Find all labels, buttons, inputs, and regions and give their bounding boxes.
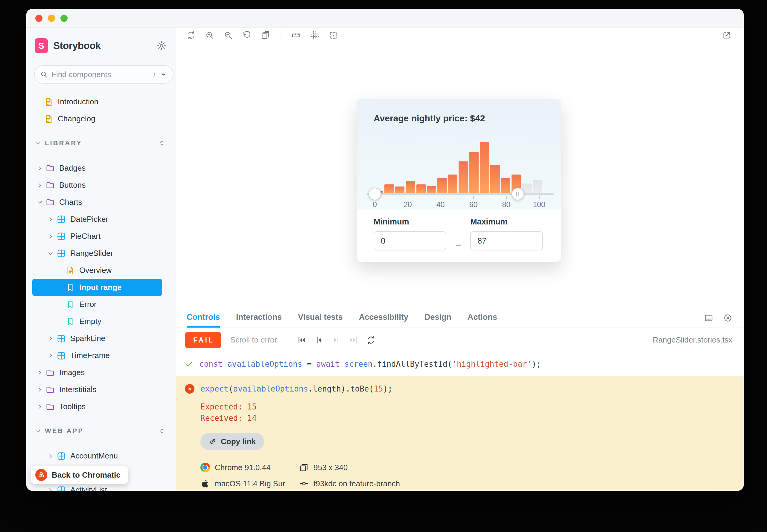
sidebar-item-images[interactable]: Images [26, 364, 175, 381]
axis-tick [441, 196, 441, 199]
slider-handle-max[interactable] [511, 188, 524, 200]
sidebar-item-datepicker[interactable]: DatePicker [26, 211, 175, 228]
filter-icon[interactable] [160, 71, 167, 78]
search-input[interactable] [51, 70, 152, 79]
external-link-icon[interactable] [717, 27, 736, 43]
bookmark-icon [66, 317, 75, 326]
folder-icon [46, 368, 55, 377]
search-box[interactable]: / [34, 65, 173, 84]
tab-controls[interactable]: Controls [187, 308, 220, 328]
folder-icon [46, 181, 55, 190]
expand-collapse-icon[interactable] [158, 140, 165, 147]
sidebar-item-timeframe[interactable]: TimeFrame [26, 347, 175, 364]
component-icon [57, 452, 66, 461]
window-close-button[interactable] [35, 15, 42, 22]
sidebar-item-interstitials[interactable]: Interstitials [26, 381, 175, 398]
environment-item: 953 x 340 [299, 463, 744, 472]
grid-icon[interactable] [305, 27, 324, 43]
zoom-in-icon[interactable] [201, 27, 219, 43]
sidebar-item-charts[interactable]: Charts [26, 194, 175, 211]
test-runbar: FAIL Scroll to error RangeSlider.stories… [176, 328, 744, 352]
maximum-field: Maximum [470, 217, 543, 250]
minimum-input[interactable] [374, 231, 446, 250]
jump-start-icon[interactable] [293, 331, 310, 349]
assertion-result: Expected: 15 Received: 14 [201, 401, 744, 424]
sidebar-item-changelog[interactable]: Changelog [26, 110, 175, 127]
step-back-icon[interactable] [310, 331, 328, 349]
toolbar-divider [281, 30, 281, 40]
interaction-log: const availableOptions = await screen.fi… [176, 352, 744, 491]
panel-position-icon[interactable] [704, 314, 713, 322]
outline-icon[interactable] [324, 27, 343, 43]
chevron-right-icon [47, 216, 54, 223]
code-token: 15 [374, 384, 383, 393]
sidebar-item-label: Introduction [58, 97, 98, 106]
axis-tick [539, 196, 540, 199]
folder-icon [46, 164, 55, 173]
settings-gear-icon[interactable] [156, 41, 166, 51]
code-token: ); [383, 384, 392, 393]
code-token: .length).toBe( [308, 384, 374, 393]
slider-track[interactable] [367, 193, 554, 195]
sidebar-item-library[interactable]: LIBRARY [26, 136, 175, 151]
chevron-right-icon [47, 233, 54, 240]
canvas-preview: Average nightly price: $42 020406080100 … [176, 43, 744, 308]
histogram-bar [459, 161, 468, 194]
sidebar-item-label: Charts [59, 198, 82, 207]
sidebar-item-introduction[interactable]: Introduction [26, 93, 175, 110]
tab-actions[interactable]: Actions [467, 308, 497, 328]
window-content: S Storybook / + IntroductionChangelogLIB… [26, 27, 744, 491]
expand-collapse-icon[interactable] [158, 427, 165, 435]
sidebar-item-input-range[interactable]: Input range [32, 279, 162, 296]
window-minimize-button[interactable] [48, 15, 55, 22]
histogram-bar [490, 165, 499, 194]
sidebar-item-piechart[interactable]: PieChart [26, 228, 175, 245]
storybook-logo-icon: S [35, 38, 48, 53]
tab-visual-tests[interactable]: Visual tests [298, 308, 343, 328]
jump-end-icon [345, 331, 362, 349]
sidebar-item-buttons[interactable]: Buttons [26, 177, 175, 194]
code-token: 'highlighted-bar' [452, 360, 531, 369]
rerun-icon[interactable] [362, 331, 380, 349]
step-forward-icon [328, 331, 345, 349]
sidebar-item-tooltips[interactable]: Tooltips [26, 398, 175, 415]
code-token: .findAllByTestId( [372, 360, 452, 369]
sidebar-item-overview[interactable]: Overview [26, 262, 175, 279]
chevron-down-icon [47, 250, 54, 257]
axis-tick [408, 196, 408, 199]
chevron-right-icon [36, 386, 43, 393]
bookmark-icon [66, 300, 75, 309]
zoom-out-icon[interactable] [219, 27, 238, 43]
code-token: screen [340, 360, 373, 369]
tab-design[interactable]: Design [424, 308, 451, 328]
remount-icon[interactable] [182, 27, 201, 43]
window-titlebar [26, 9, 744, 27]
chromatic-icon [35, 469, 47, 481]
sidebar-item-empty[interactable]: Empty [26, 313, 175, 330]
close-panel-icon[interactable] [723, 314, 732, 322]
slider-handle-min[interactable] [369, 188, 381, 200]
measure-icon[interactable] [287, 27, 305, 43]
environment-text: 953 x 340 [314, 463, 348, 472]
window-zoom-button[interactable] [60, 15, 68, 22]
sidebar-item-error[interactable]: Error [26, 296, 175, 313]
sidebar-item-web-app[interactable]: WEB APP [26, 424, 175, 438]
viewport-icon[interactable] [256, 27, 275, 43]
back-to-chromatic-button[interactable]: Back to Chromatic [30, 466, 128, 484]
sidebar-item-sparkline[interactable]: SparkLine [26, 330, 175, 347]
expected-value: Expected: 15 [201, 401, 744, 413]
sidebar-item-badges[interactable]: Badges [26, 160, 175, 177]
tab-interactions[interactable]: Interactions [236, 308, 282, 328]
component-icon [57, 486, 66, 491]
brand-title: Storybook [53, 40, 101, 51]
copy-link-button[interactable]: Copy link [201, 433, 264, 450]
histogram-bar-muted [533, 180, 542, 194]
tab-accessibility[interactable]: Accessibility [359, 308, 408, 328]
sidebar-item-accountmenu[interactable]: AccountMenu [26, 447, 175, 464]
maximum-input[interactable] [470, 231, 543, 250]
scroll-to-error-link[interactable]: Scroll to error [230, 335, 277, 345]
sidebar-item-rangeslider[interactable]: RangeSlider [26, 245, 175, 262]
chevron-down-icon [35, 140, 41, 146]
zoom-reset-icon[interactable] [238, 27, 256, 43]
folder-icon [46, 402, 55, 411]
